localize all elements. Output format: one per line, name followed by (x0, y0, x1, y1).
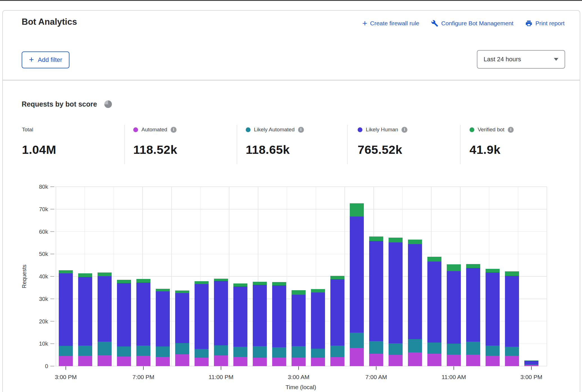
header-divider (3, 80, 580, 80)
y-tick-label: 50k (39, 251, 48, 257)
bar-stack[interactable] (233, 283, 247, 366)
stat-verified-bot: Verified bot i 41.9k (470, 126, 514, 157)
action-label: Print report (535, 20, 565, 27)
y-tick-label: 80k (39, 184, 48, 190)
stat-separator (237, 125, 237, 164)
section-heading-row: Requests by bot score (22, 100, 112, 108)
stat-label: Verified bot (478, 127, 504, 133)
action-label: Create firewall rule (370, 20, 419, 27)
requests-by-bot-score-chart[interactable]: 010k20k30k40k50k60k70k80k3:00 PM7:00 PM1… (22, 178, 553, 392)
section-title: Requests by bot score (22, 100, 97, 108)
legend-dot-likely-human (358, 127, 362, 132)
bar-stack[interactable] (136, 279, 150, 366)
top-edge-line (0, 0, 582, 1)
stat-automated: Automated i 118.52k (133, 126, 177, 157)
bar-stack[interactable] (59, 270, 73, 366)
plus-icon: + (362, 21, 367, 26)
plus-icon: + (29, 55, 34, 64)
info-icon[interactable]: i (401, 127, 407, 133)
bar-stack[interactable] (447, 264, 461, 366)
x-tick-label: 3:00 PM (55, 374, 77, 380)
bot-score-chart-svg: 010k20k30k40k50k60k70k80k3:00 PM7:00 PM1… (22, 178, 553, 392)
stat-total: Total 1.04M (22, 126, 56, 157)
bar-stack[interactable] (466, 264, 480, 366)
y-tick-label: 20k (39, 318, 48, 325)
bar-stack[interactable] (369, 236, 383, 366)
bar-stack[interactable] (330, 276, 344, 366)
stat-label: Automated (141, 127, 167, 133)
print-report-link[interactable]: Print report (525, 20, 565, 27)
bar-stack[interactable] (505, 271, 519, 366)
stat-separator (347, 125, 348, 164)
bar-stack[interactable] (292, 290, 306, 366)
x-axis: 3:00 PM7:00 PM11:00 PM3:00 AM7:00 AM11:0… (55, 366, 542, 380)
configure-bot-management-link[interactable]: Configure Bot Management (431, 20, 513, 27)
stat-value: 118.65k (246, 143, 304, 157)
stats-row: Total 1.04M Automated i 118.52k Likely A… (3, 124, 580, 166)
bar-stack[interactable] (486, 269, 500, 366)
stat-likely-human: Likely Human i 765.52k (358, 126, 407, 157)
x-tick-label: 3:00 PM (520, 374, 542, 380)
bar-stack[interactable] (408, 240, 422, 366)
pie-chart-icon (104, 100, 112, 108)
time-range-select[interactable]: Last 24 hours (477, 50, 565, 69)
printer-icon (525, 20, 533, 27)
stat-value: 765.52k (358, 143, 407, 157)
stat-label: Total (22, 127, 33, 133)
bar-stack[interactable] (311, 289, 325, 366)
x-tick-label: 3:00 AM (288, 374, 309, 380)
time-range-value: Last 24 hours (484, 56, 521, 63)
y-tick-label: 40k (39, 273, 48, 280)
bar-stack[interactable] (98, 272, 112, 366)
info-icon[interactable]: i (508, 127, 514, 133)
chevron-down-icon (554, 58, 558, 61)
stat-value: 1.04M (22, 143, 56, 157)
x-tick-label: 11:00 AM (441, 374, 466, 380)
bot-analytics-card: Bot Analytics + Create firewall rule Con… (2, 10, 580, 392)
bar-stack[interactable] (524, 361, 538, 366)
stat-likely-automated: Likely Automated i 118.65k (246, 126, 304, 157)
y-tick-label: 70k (39, 206, 48, 212)
bar-stack[interactable] (214, 279, 228, 366)
stat-separator (460, 125, 461, 164)
wrench-icon (431, 20, 438, 27)
header-actions: + Create firewall rule Configure Bot Man… (362, 20, 565, 27)
bar-stack[interactable] (427, 257, 441, 366)
action-label: Configure Bot Management (441, 20, 513, 27)
create-firewall-rule-link[interactable]: + Create firewall rule (362, 20, 419, 27)
bar-stack[interactable] (117, 280, 131, 366)
bar-stack[interactable] (272, 282, 286, 366)
x-axis-title: Time (local) (286, 384, 316, 390)
x-tick-label: 11:00 PM (209, 374, 233, 380)
legend-dot-verified-bot (470, 127, 474, 132)
y-tick-label: 0 (45, 363, 48, 369)
x-tick-label: 7:00 PM (132, 374, 154, 380)
stat-value: 118.52k (133, 143, 177, 157)
legend-dot-automated (133, 127, 138, 132)
bar-stack[interactable] (350, 203, 364, 366)
info-icon[interactable]: i (171, 127, 177, 133)
x-tick-label: 7:00 AM (365, 374, 387, 380)
bar-stack[interactable] (156, 289, 170, 366)
legend-dot-likely-automated (246, 127, 251, 132)
bar-stack[interactable] (195, 281, 209, 366)
stacked-bars (59, 203, 538, 366)
bar-stack[interactable] (253, 282, 267, 366)
y-tick-label: 10k (39, 341, 48, 347)
y-axis-title: Requests (22, 265, 27, 289)
add-filter-button[interactable]: + Add filter (22, 51, 69, 68)
bar-stack[interactable] (175, 290, 189, 366)
stat-value: 41.9k (470, 143, 514, 157)
page-title: Bot Analytics (22, 17, 77, 27)
stat-label: Likely Human (366, 127, 398, 133)
stat-label: Likely Automated (254, 127, 295, 133)
info-icon[interactable]: i (298, 127, 304, 133)
y-tick-label: 60k (39, 229, 48, 235)
bar-stack[interactable] (389, 238, 403, 366)
stat-separator (124, 125, 125, 164)
bar-stack[interactable] (78, 273, 92, 366)
y-tick-label: 30k (39, 296, 48, 302)
